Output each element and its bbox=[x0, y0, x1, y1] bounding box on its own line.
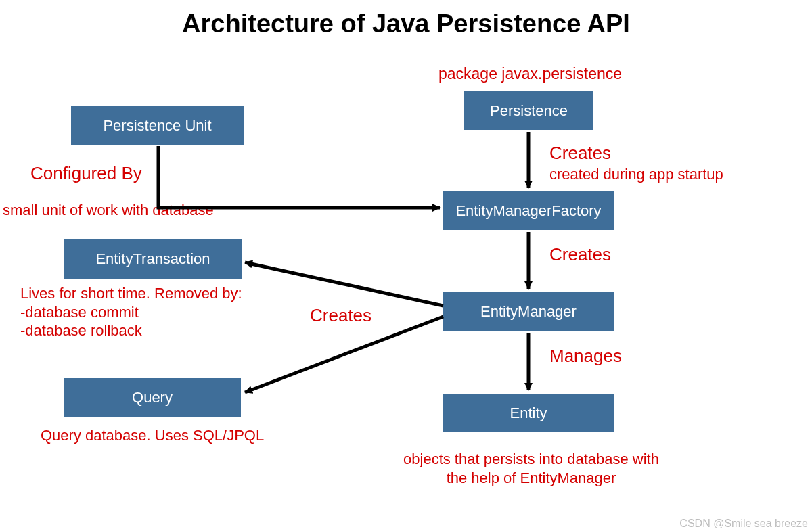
arrow-em-to-transaction bbox=[245, 262, 443, 306]
note-line-3: -database rollback bbox=[20, 321, 242, 340]
watermark: CSDN @Smile sea breeze bbox=[679, 517, 808, 530]
entity-note-line-1: objects that persists into database with bbox=[379, 450, 683, 469]
box-query: Query bbox=[64, 378, 241, 417]
label-creates-1: Creates bbox=[549, 142, 611, 164]
note-line-2: -database commit bbox=[20, 303, 242, 322]
note-line-1: Lives for short time. Removed by: bbox=[20, 284, 242, 303]
label-entity-note: objects that persists into database with… bbox=[379, 450, 683, 487]
arrow-pu-to-emf bbox=[158, 146, 440, 208]
entity-note-line-2: the help of EntityManager bbox=[379, 469, 683, 488]
label-manages: Manages bbox=[549, 345, 622, 367]
label-transaction-note: Lives for short time. Removed by: -datab… bbox=[20, 284, 242, 340]
box-entity-manager-factory: EntityManagerFactory bbox=[443, 191, 614, 230]
diagram-title: Architecture of Java Persistence API bbox=[182, 9, 630, 39]
label-configured-by: Configured By bbox=[30, 162, 142, 185]
label-created-startup: created during app startup bbox=[549, 165, 723, 184]
arrow-em-to-query bbox=[245, 317, 443, 392]
box-entity-manager: EntityManager bbox=[443, 292, 614, 331]
box-persistence-unit: Persistence Unit bbox=[71, 106, 244, 145]
box-entity-transaction: EntityTransaction bbox=[64, 239, 242, 279]
label-creates-2: Creates bbox=[549, 244, 611, 266]
box-persistence: Persistence bbox=[464, 91, 593, 130]
box-entity: Entity bbox=[443, 394, 614, 432]
label-package: package javax.persistence bbox=[438, 64, 622, 84]
label-creates-3: Creates bbox=[310, 304, 371, 327]
label-small-unit: small unit of work with database bbox=[3, 201, 214, 220]
label-query-note: Query database. Uses SQL/JPQL bbox=[41, 426, 264, 445]
